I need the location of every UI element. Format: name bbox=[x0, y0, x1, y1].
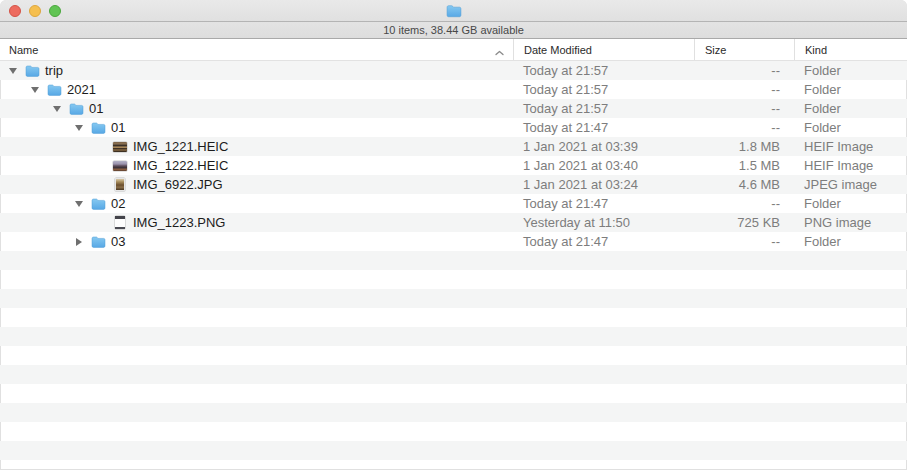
empty-row bbox=[0, 327, 907, 346]
empty-row bbox=[0, 384, 907, 403]
file-row[interactable]: IMG_1221.HEIC1 Jan 2021 at 03:391.8 MBHE… bbox=[0, 137, 907, 156]
file-row[interactable]: IMG_6922.JPG1 Jan 2021 at 03:244.6 MBJPE… bbox=[0, 175, 907, 194]
name-cell: 03 bbox=[0, 232, 513, 251]
file-size: 1.5 MB bbox=[694, 158, 794, 173]
close-button[interactable] bbox=[9, 5, 21, 17]
empty-row bbox=[0, 346, 907, 365]
file-list: tripToday at 21:57--Folder2021Today at 2… bbox=[0, 61, 907, 470]
disclosure-triangle-icon[interactable] bbox=[30, 80, 40, 99]
file-row[interactable]: 2021Today at 21:57--Folder bbox=[0, 80, 907, 99]
file-row[interactable]: tripToday at 21:57--Folder bbox=[0, 61, 907, 80]
date-modified: Today at 21:57 bbox=[513, 82, 694, 97]
file-row[interactable]: IMG_1222.HEIC1 Jan 2021 at 03:401.5 MBHE… bbox=[0, 156, 907, 175]
file-size: 725 KB bbox=[694, 215, 794, 230]
file-size: -- bbox=[694, 63, 794, 78]
file-kind: HEIF Image bbox=[794, 139, 907, 154]
disclosure-spacer bbox=[96, 213, 106, 232]
empty-row bbox=[0, 251, 907, 270]
file-row[interactable]: 01Today at 21:57--Folder bbox=[0, 99, 907, 118]
column-header-size[interactable]: Size bbox=[694, 39, 794, 60]
date-modified: Yesterday at 11:50 bbox=[513, 215, 694, 230]
date-modified: 1 Jan 2021 at 03:40 bbox=[513, 158, 694, 173]
name-cell: 01 bbox=[0, 118, 513, 137]
folder-icon bbox=[68, 101, 84, 117]
folder-icon bbox=[90, 234, 106, 250]
file-name: 2021 bbox=[67, 82, 96, 97]
name-cell: 02 bbox=[0, 194, 513, 213]
file-kind: JPEG image bbox=[794, 177, 907, 192]
file-name: IMG_1223.PNG bbox=[133, 215, 226, 230]
name-cell: IMG_1222.HEIC bbox=[0, 156, 513, 175]
empty-row bbox=[0, 308, 907, 327]
date-modified: Today at 21:47 bbox=[513, 196, 694, 211]
disclosure-triangle-icon[interactable] bbox=[8, 61, 18, 80]
column-header-date-modified[interactable]: Date Modified bbox=[513, 39, 694, 60]
file-size: -- bbox=[694, 234, 794, 249]
date-modified: Today at 21:47 bbox=[513, 120, 694, 135]
status-bar: 10 items, 38.44 GB available bbox=[0, 22, 907, 39]
file-name: 03 bbox=[111, 234, 125, 249]
finder-window: 10 items, 38.44 GB available Name Date M… bbox=[0, 0, 907, 470]
name-cell: IMG_6922.JPG bbox=[0, 175, 513, 194]
empty-row bbox=[0, 365, 907, 384]
column-header-row: Name Date Modified Size Kind bbox=[0, 39, 907, 61]
column-header-kind[interactable]: Kind bbox=[794, 39, 907, 60]
file-kind: Folder bbox=[794, 120, 907, 135]
file-row[interactable]: 03Today at 21:47--Folder bbox=[0, 232, 907, 251]
file-size: 4.6 MB bbox=[694, 177, 794, 192]
folder-proxy-icon[interactable] bbox=[446, 4, 462, 18]
folder-icon bbox=[24, 63, 40, 79]
date-modified: Today at 21:57 bbox=[513, 101, 694, 116]
sort-ascending-icon bbox=[495, 46, 504, 58]
date-modified: 1 Jan 2021 at 03:24 bbox=[513, 177, 694, 192]
photo-thumbnail-icon bbox=[112, 215, 128, 231]
file-kind: Folder bbox=[794, 63, 907, 78]
file-name: 02 bbox=[111, 196, 125, 211]
file-size: -- bbox=[694, 101, 794, 116]
photo-thumbnail-icon bbox=[112, 158, 128, 174]
name-cell: 01 bbox=[0, 99, 513, 118]
file-kind: Folder bbox=[794, 82, 907, 97]
file-row[interactable]: IMG_1223.PNGYesterday at 11:50725 KBPNG … bbox=[0, 213, 907, 232]
file-name: IMG_1221.HEIC bbox=[133, 139, 228, 154]
disclosure-triangle-icon[interactable] bbox=[52, 99, 62, 118]
disclosure-spacer bbox=[96, 175, 106, 194]
file-kind: HEIF Image bbox=[794, 158, 907, 173]
file-name: 01 bbox=[89, 101, 103, 116]
date-modified: Today at 21:57 bbox=[513, 63, 694, 78]
name-cell: IMG_1221.HEIC bbox=[0, 137, 513, 156]
file-row[interactable]: 01Today at 21:47--Folder bbox=[0, 118, 907, 137]
file-row[interactable]: 02Today at 21:47--Folder bbox=[0, 194, 907, 213]
file-size: -- bbox=[694, 196, 794, 211]
empty-row bbox=[0, 460, 907, 470]
file-name: IMG_6922.JPG bbox=[133, 177, 223, 192]
name-cell: IMG_1223.PNG bbox=[0, 213, 513, 232]
minimize-button[interactable] bbox=[29, 5, 41, 17]
disclosure-triangle-icon[interactable] bbox=[74, 232, 84, 251]
traffic-lights bbox=[9, 5, 61, 17]
name-cell: trip bbox=[0, 61, 513, 80]
zoom-button[interactable] bbox=[49, 5, 61, 17]
file-size: -- bbox=[694, 120, 794, 135]
disclosure-triangle-icon[interactable] bbox=[74, 194, 84, 213]
photo-thumbnail-icon bbox=[112, 177, 128, 193]
date-modified: Today at 21:47 bbox=[513, 234, 694, 249]
file-kind: Folder bbox=[794, 101, 907, 116]
file-name: IMG_1222.HEIC bbox=[133, 158, 228, 173]
date-modified: 1 Jan 2021 at 03:39 bbox=[513, 139, 694, 154]
file-kind: Folder bbox=[794, 234, 907, 249]
empty-row bbox=[0, 289, 907, 308]
file-kind: PNG image bbox=[794, 215, 907, 230]
column-header-name[interactable]: Name bbox=[0, 39, 513, 60]
folder-icon bbox=[90, 196, 106, 212]
file-name: 01 bbox=[111, 120, 125, 135]
folder-icon bbox=[90, 120, 106, 136]
disclosure-triangle-icon[interactable] bbox=[74, 118, 84, 137]
file-kind: Folder bbox=[794, 196, 907, 211]
photo-thumbnail-icon bbox=[112, 139, 128, 155]
disclosure-spacer bbox=[96, 137, 106, 156]
file-size: 1.8 MB bbox=[694, 139, 794, 154]
title-bar[interactable] bbox=[0, 0, 907, 22]
disclosure-spacer bbox=[96, 156, 106, 175]
empty-row bbox=[0, 403, 907, 422]
